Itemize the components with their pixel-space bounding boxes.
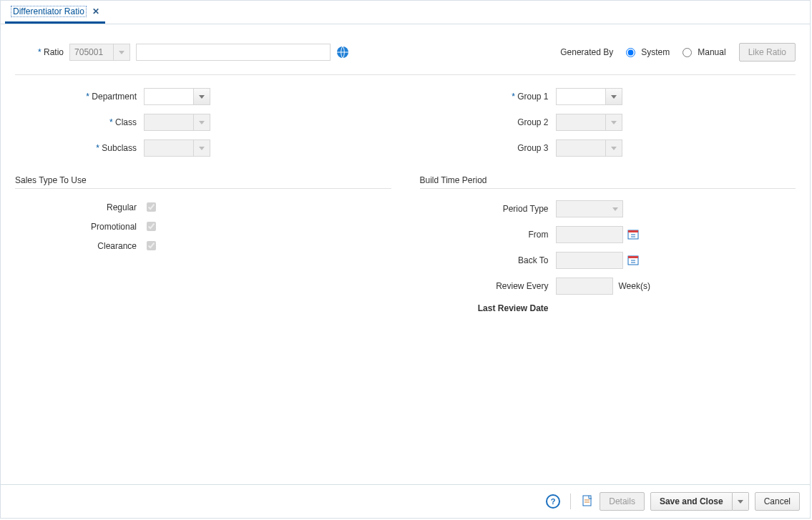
group1-lov[interactable]	[556, 88, 622, 105]
weeks-label: Week(s)	[619, 281, 650, 291]
chevron-down-icon	[119, 51, 124, 54]
review-every-label: Review Every	[420, 281, 556, 291]
period-type-label: Period Type	[420, 204, 556, 214]
group1-label: Group 1	[420, 92, 556, 102]
period-type-select	[556, 200, 623, 217]
close-icon[interactable]: ✕	[92, 6, 99, 16]
translate-icon[interactable]	[336, 46, 349, 59]
footer-toolbar: ? Details Save and Close Cancel	[1, 484, 810, 518]
last-review-date-label: Last Review Date	[420, 303, 556, 313]
clearance-label: Clearance	[15, 241, 144, 251]
group2-label: Group 2	[420, 117, 556, 127]
svg-rect-6	[628, 256, 638, 258]
tab-bar: Differentiator Ratio ✕	[1, 1, 810, 24]
subclass-lov	[144, 139, 210, 157]
chevron-down-icon	[611, 147, 617, 150]
chevron-down-icon	[612, 207, 618, 211]
sales-type-title: Sales Type To Use	[15, 170, 391, 189]
chevron-down-icon	[199, 147, 205, 150]
class-label: Class	[15, 117, 144, 127]
calendar-icon[interactable]	[627, 255, 639, 266]
from-label: From	[420, 230, 556, 240]
save-and-close-splitbutton[interactable]: Save and Close	[650, 492, 749, 511]
review-every-input	[556, 278, 613, 295]
window-frame: Differentiator Ratio ✕ Ratio	[0, 0, 811, 519]
content-area: Ratio Generated By System	[1, 24, 810, 322]
generated-by-manual-radio[interactable]: Manual	[683, 47, 725, 57]
group2-lov	[556, 114, 622, 131]
details-button: Details	[600, 492, 645, 511]
generated-by-label: Generated By	[560, 47, 613, 57]
groups-column: Group 1 Group 2 Group 3	[420, 88, 796, 165]
subclass-label: Subclass	[15, 143, 144, 153]
top-row: Ratio Generated By System	[15, 43, 796, 74]
chevron-down-icon	[611, 121, 617, 124]
sales-type-section: Sales Type To Use Regular Promotional Cl…	[15, 165, 391, 322]
manual-label: Manual	[698, 47, 725, 57]
ratio-label: Ratio	[38, 47, 64, 57]
svg-rect-9	[583, 496, 591, 506]
like-ratio-button: Like Ratio	[739, 43, 796, 62]
regular-label: Regular	[15, 202, 144, 212]
generated-by-system-radio[interactable]: System	[626, 47, 670, 57]
class-input	[144, 114, 194, 131]
save-dropdown-button[interactable]	[733, 492, 749, 511]
separator	[570, 494, 571, 509]
department-input[interactable]	[144, 88, 194, 105]
department-label: Department	[15, 92, 144, 102]
back-to-date-input	[556, 252, 623, 269]
cancel-button[interactable]: Cancel	[755, 492, 800, 511]
build-time-section: Build Time Period Period Type From	[420, 165, 796, 322]
subclass-input	[144, 139, 194, 157]
subclass-lov-button	[194, 139, 210, 157]
group1-input[interactable]	[556, 88, 606, 105]
ratio-lov	[69, 44, 130, 61]
chevron-down-icon	[199, 95, 205, 99]
calendar-icon[interactable]	[627, 229, 639, 240]
ratio-input	[69, 44, 114, 61]
ratio-lov-button	[114, 44, 130, 61]
build-time-title: Build Time Period	[420, 170, 796, 189]
system-label: System	[641, 47, 670, 57]
regular-checkbox	[147, 202, 156, 212]
group2-input	[556, 114, 606, 131]
group3-lov-button	[606, 139, 622, 157]
chevron-down-icon	[199, 121, 205, 124]
group3-lov	[556, 139, 622, 157]
group2-lov-button	[606, 114, 622, 131]
help-icon[interactable]: ?	[546, 494, 560, 509]
from-date-input	[556, 226, 623, 243]
save-and-close-button[interactable]: Save and Close	[650, 492, 733, 511]
group3-input	[556, 139, 606, 157]
group1-lov-button[interactable]	[606, 88, 622, 105]
chevron-down-icon	[611, 95, 617, 99]
chevron-down-icon	[738, 500, 743, 504]
notes-icon[interactable]	[581, 494, 594, 509]
class-lov	[144, 114, 210, 131]
tab-differentiator-ratio[interactable]: Differentiator Ratio ✕	[5, 1, 105, 24]
back-to-label: Back To	[420, 255, 556, 265]
promotional-checkbox	[147, 222, 156, 231]
department-lov[interactable]	[144, 88, 210, 105]
divider	[15, 74, 796, 75]
svg-rect-2	[628, 230, 638, 232]
classification-groups-row: Department Class Subclass	[15, 88, 796, 165]
classification-column: Department Class Subclass	[15, 88, 391, 165]
ratio-description-input[interactable]	[136, 44, 331, 61]
clearance-checkbox	[147, 241, 156, 250]
lower-sections: Sales Type To Use Regular Promotional Cl…	[15, 165, 796, 322]
promotional-label: Promotional	[15, 222, 144, 232]
class-lov-button	[194, 114, 210, 131]
tab-title: Differentiator Ratio	[11, 6, 87, 17]
group3-label: Group 3	[420, 143, 556, 153]
department-lov-button[interactable]	[194, 88, 210, 105]
